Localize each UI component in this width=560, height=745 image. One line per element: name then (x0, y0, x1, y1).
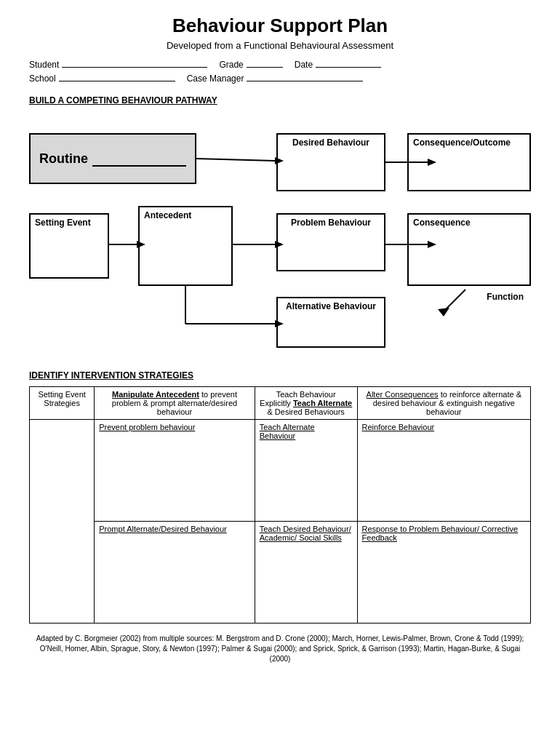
routine-label: Routine (39, 151, 88, 167)
col1-header: Setting Event Strategies (30, 387, 95, 420)
row1-col4: Reinforce Behaviour (357, 420, 530, 522)
function-label: Function (487, 292, 524, 302)
col3-header-underline1: Teach Alternate (293, 399, 352, 407)
row1-col1 (30, 420, 95, 624)
strategies-section-title: IDENTIFY INTERVENTION STRATEGIES (29, 370, 531, 381)
row1-col2: Prevent problem behaviour (95, 420, 255, 522)
student-line (62, 67, 207, 68)
col3-header-pre: Explicitly (260, 399, 293, 407)
page-subtitle: Developed from a Functional Behavioural … (29, 40, 531, 51)
pathway-section: BUILD A COMPETING BEHAVIOUR PATHWAY Rout… (29, 95, 531, 359)
row1-col2-label: Prevent problem behaviour (99, 423, 249, 431)
strategies-header-row: Setting Event Strategies Manipulate Ante… (30, 387, 531, 420)
row1-col4-label: Reinforce Behaviour (362, 423, 526, 431)
student-label: Student (29, 60, 59, 70)
col4-header-underline: Alter Consequences (367, 390, 439, 399)
date-line (316, 67, 381, 68)
col4-header: Alter Consequences to reinforce alternat… (357, 387, 530, 420)
consequence-box: Consequence (407, 213, 531, 286)
pathway-section-title: BUILD A COMPETING BEHAVIOUR PATHWAY (29, 95, 531, 105)
case-manager-label: Case Manager (187, 73, 244, 84)
col3-header-normal: Teach Behaviour (276, 390, 336, 399)
svg-marker-14 (438, 308, 449, 316)
pathway-diagram: Routine (29, 111, 531, 359)
consequence-outcome-label: Consequence/Outcome (413, 138, 511, 148)
svg-line-13 (444, 290, 465, 311)
consequence-outcome-box: Consequence/Outcome (407, 133, 531, 191)
date-label: Date (295, 60, 313, 70)
setting-event-label: Setting Event (35, 218, 91, 228)
grade-line (247, 67, 283, 68)
problem-behaviour-box: Problem Behaviour (276, 213, 385, 271)
row2-col3: Teach Desired Behaviour/ Academic/ Socia… (255, 522, 357, 624)
svg-line-0 (196, 159, 275, 161)
page-title: Behaviour Support Plan (29, 15, 531, 37)
row2-col2-label: Prompt Alternate/Desired Behaviour (99, 525, 249, 533)
col3-header: Teach Behaviour Explicitly Teach Alterna… (255, 387, 357, 420)
row2-col3-label: Teach Desired Behaviour/ Academic/ Socia… (260, 525, 353, 542)
school-line (59, 81, 175, 81)
strategies-data-row-1: Prevent problem behaviour Teach Alternat… (30, 420, 531, 522)
strategies-data-row-2: Prompt Alternate/Desired Behaviour Teach… (30, 522, 531, 624)
desired-behaviour-label: Desired Behaviour (292, 138, 369, 148)
col2-header-underline: Manipulate Antecedent (112, 390, 199, 399)
col2-header: Manipulate Antecedent to prevent problem… (95, 387, 255, 420)
antecedent-label: Antecedent (144, 210, 191, 220)
footer-text: Adapted by C. Borgmeier (2002) from mult… (29, 634, 531, 664)
alternative-behaviour-box: Alternative Behaviour (276, 297, 385, 348)
alternative-behaviour-label: Alternative Behaviour (286, 301, 376, 311)
strategies-section: IDENTIFY INTERVENTION STRATEGIES Setting… (29, 370, 531, 624)
setting-event-box: Setting Event (29, 213, 109, 279)
antecedent-box: Antecedent (138, 206, 233, 286)
consequence-label: Consequence (413, 218, 471, 228)
strategies-table: Setting Event Strategies Manipulate Ante… (29, 386, 531, 624)
row1-col3-label: Teach Alternate Behaviour (260, 423, 353, 440)
row2-col2: Prompt Alternate/Desired Behaviour (95, 522, 255, 624)
routine-box: Routine (29, 133, 196, 184)
grade-label: Grade (219, 60, 243, 70)
school-label: School (29, 73, 56, 84)
case-manager-line (247, 81, 363, 81)
row1-col3: Teach Alternate Behaviour (255, 420, 357, 522)
desired-behaviour-box: Desired Behaviour (276, 133, 385, 191)
row2-col4: Response to Problem Behaviour/ Correctiv… (357, 522, 530, 624)
routine-underline (92, 151, 186, 167)
form-section: Student Grade Date School Case Manager (29, 60, 531, 84)
problem-behaviour-label: Problem Behaviour (291, 218, 371, 228)
col3-header-post: & Desired Behaviours (267, 407, 344, 416)
row2-col4-label: Response to Problem Behaviour/ Correctiv… (362, 525, 526, 542)
